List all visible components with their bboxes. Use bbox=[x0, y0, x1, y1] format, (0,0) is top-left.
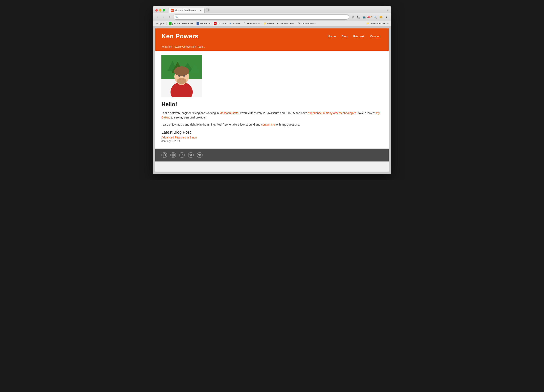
webpage-area: Ken Powers Home Blog Résumé Contact With… bbox=[153, 26, 391, 174]
profile-image-container bbox=[161, 55, 202, 97]
other-bookmarks-icon: 📁 bbox=[366, 22, 369, 25]
bookmark-pastie-label: Pastie bbox=[267, 22, 274, 25]
site-banner: With Ken Powers Comes Ken Resp... bbox=[155, 44, 389, 51]
tab-favicon: KP bbox=[171, 9, 174, 12]
blog-section: Latest Blog Post Advanced Features in Si… bbox=[161, 130, 383, 143]
joinme-favicon: j bbox=[169, 22, 171, 25]
bookmark-youtube-label: YouTube bbox=[217, 22, 226, 25]
nav-resume[interactable]: Résumé bbox=[353, 35, 364, 38]
nav-home[interactable]: Home bbox=[328, 35, 336, 38]
bookmark-showanchors[interactable]: 🗋 Show Anchors bbox=[296, 22, 317, 25]
bookmark-youtube[interactable]: ▶ YouTube bbox=[212, 22, 228, 25]
youtube-favicon: ▶ bbox=[214, 22, 217, 25]
extension-btn-adblock[interactable]: ABP bbox=[367, 15, 372, 19]
menu-button[interactable]: ≡ bbox=[384, 15, 389, 19]
intro-p1-middle: . I work extensively in JavaScript and H… bbox=[238, 111, 308, 115]
main-content: Hello! I am a software engineer living a… bbox=[155, 51, 389, 148]
active-tab[interactable]: KP Home · Ken Powers × bbox=[168, 8, 205, 13]
traffic-lights bbox=[155, 9, 165, 12]
below-footer bbox=[155, 161, 389, 172]
intro-p1-prefix: I am a software engineer living and work… bbox=[161, 111, 219, 115]
svg-point-12 bbox=[183, 75, 185, 77]
site-logo-text: Ken Powers bbox=[161, 32, 210, 40]
footer-heart-icon[interactable] bbox=[197, 152, 203, 158]
address-bar[interactable]: 🔍 bbox=[173, 14, 349, 20]
extension-btn-1[interactable]: ✳ bbox=[350, 15, 355, 19]
tab-bar: KP Home · Ken Powers × ⊡ bbox=[168, 8, 385, 13]
new-tab-button[interactable]: ⊡ bbox=[205, 8, 210, 12]
extension-btn-5[interactable]: 😺 bbox=[378, 15, 383, 19]
intro-p1-suffix: . Take a look at bbox=[356, 111, 376, 115]
printliminator-favicon: 🗋 bbox=[243, 22, 246, 25]
bookmark-facebook[interactable]: f Facebook bbox=[195, 22, 212, 25]
profile-image bbox=[161, 55, 202, 97]
site-logo-area: Ken Powers bbox=[155, 29, 216, 44]
site-footer bbox=[155, 148, 389, 161]
webpage-content: Ken Powers Home Blog Résumé Contact With… bbox=[155, 29, 389, 172]
footer-github-icon[interactable] bbox=[161, 152, 167, 158]
bookmark-pastie[interactable]: 📁 Pastie bbox=[262, 22, 275, 25]
bookmark-facebook-label: Facebook bbox=[200, 22, 210, 25]
intro-p1-end: to see my personal projects. bbox=[170, 116, 207, 119]
contact-link[interactable]: contact me bbox=[261, 123, 275, 126]
url-input[interactable] bbox=[179, 16, 347, 18]
site-subtitle: With Ken Powers Comes Ken Resp... bbox=[161, 45, 205, 48]
tab-close-button[interactable]: × bbox=[199, 9, 202, 12]
facebook-favicon: f bbox=[196, 22, 199, 25]
blog-post-link[interactable]: Advanced Features in Sinon bbox=[161, 136, 383, 139]
intro-paragraph-2: I also enjoy music and dabble in drummin… bbox=[161, 122, 383, 127]
intro-p2-prefix: I also enjoy music and dabble in drummin… bbox=[161, 123, 261, 126]
bookmark-apps[interactable]: ⊞ Apps bbox=[154, 22, 166, 25]
svg-point-9 bbox=[174, 66, 189, 76]
nav-blog[interactable]: Blog bbox=[341, 35, 348, 38]
bookmarks-right: 📁 Other Bookmarks bbox=[365, 22, 390, 25]
apps-grid-icon: ⊞ bbox=[156, 22, 158, 25]
svg-point-15 bbox=[174, 154, 174, 154]
blog-post-date: January 1, 2014 bbox=[161, 139, 383, 143]
extension-btn-4[interactable]: 🔍 bbox=[373, 15, 378, 19]
site-nav: Home Blog Résumé Contact bbox=[328, 35, 389, 38]
bookmark-networktools-label: Network Tools bbox=[280, 22, 295, 25]
bookmark-apps-label: Apps bbox=[159, 22, 164, 25]
forward-button[interactable]: › bbox=[161, 15, 166, 19]
svg-point-14 bbox=[172, 154, 174, 156]
bookmark-showanchors-label: Show Anchors bbox=[301, 22, 316, 25]
bookmark-networktools[interactable]: ⚙ Network Tools bbox=[276, 22, 296, 25]
back-button[interactable]: ‹ bbox=[155, 15, 160, 19]
profile-section bbox=[161, 55, 383, 97]
footer-linkedin-icon[interactable] bbox=[179, 152, 185, 158]
browser-window: KP Home · Ken Powers × ⊡ ⤢ ‹ › ↻ 🔍 ✳ 📞 📺… bbox=[153, 6, 391, 174]
refresh-button[interactable]: ↻ bbox=[167, 15, 172, 19]
hello-heading: Hello! bbox=[161, 101, 383, 107]
extension-btn-2[interactable]: 📞 bbox=[356, 15, 361, 19]
bookmark-printliminator[interactable]: 🗋 Printliminator bbox=[242, 22, 261, 25]
bookmarks-bar: ⊞ Apps j join.me - Free Scree f Facebook… bbox=[153, 21, 391, 26]
nav-contact[interactable]: Contact bbox=[370, 35, 381, 38]
nav-bar: ‹ › ↻ 🔍 ✳ 📞 📺 ABP 🔍 😺 ≡ bbox=[153, 13, 391, 21]
title-bar: KP Home · Ken Powers × ⊡ ⤢ bbox=[153, 6, 391, 13]
nav-tools: ✳ 📞 📺 ABP 🔍 😺 ≡ bbox=[350, 15, 389, 19]
intro-paragraph-1: I am a software engineer living and work… bbox=[161, 111, 383, 120]
svg-point-11 bbox=[178, 75, 180, 77]
bookmark-gtasks-label: GTasks bbox=[232, 22, 240, 25]
blog-heading: Latest Blog Post bbox=[161, 130, 383, 135]
resize-icon: ⤢ bbox=[387, 9, 389, 12]
other-bookmarks[interactable]: 📁 Other Bookmarks bbox=[365, 22, 390, 25]
tab-title: Home · Ken Powers bbox=[175, 9, 198, 12]
window-controls: ⤢ bbox=[387, 9, 389, 12]
extension-btn-3[interactable]: 📺 bbox=[362, 15, 367, 19]
close-button[interactable] bbox=[155, 9, 158, 12]
search-icon: 🔍 bbox=[175, 16, 178, 18]
networktools-favicon: ⚙ bbox=[277, 22, 279, 25]
bookmark-gtasks[interactable]: ✔ GTasks bbox=[228, 22, 242, 25]
showanchors-favicon: 🗋 bbox=[298, 22, 300, 25]
minimize-button[interactable] bbox=[159, 9, 161, 12]
experience-link[interactable]: experience in many other technologies bbox=[308, 111, 356, 115]
other-bookmarks-label: Other Bookmarks bbox=[370, 22, 388, 25]
bookmark-joinme[interactable]: j join.me - Free Scree bbox=[167, 22, 195, 25]
svg-point-10 bbox=[177, 78, 186, 84]
footer-instagram-icon[interactable] bbox=[170, 152, 176, 158]
maximize-button[interactable] bbox=[163, 9, 165, 12]
footer-twitter-icon[interactable] bbox=[188, 152, 194, 158]
massachusetts-link[interactable]: Massachusetts bbox=[219, 111, 238, 115]
